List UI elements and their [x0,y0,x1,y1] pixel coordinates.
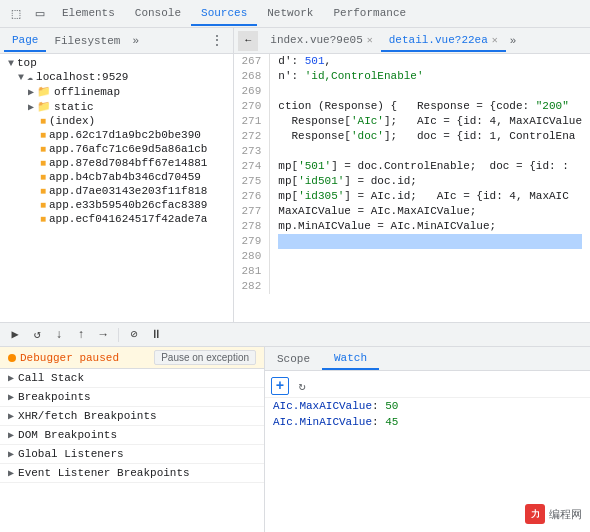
tab-detail-vue[interactable]: detail.vue?22ea ✕ [381,30,506,52]
section-breakpoints[interactable]: ▶ Breakpoints [0,388,264,407]
add-watch-button[interactable]: + [271,377,289,395]
tree-item-index[interactable]: ■ (index) [0,114,233,128]
folder-icon-static: 📁 [37,100,51,113]
tree-item-localhost[interactable]: ▼ ☁ localhost:9529 [0,70,233,84]
file-icon-app6: ■ [40,200,46,211]
watch-val-1: 45 [385,416,398,428]
tab-close-detail[interactable]: ✕ [492,34,498,46]
tree-item-app2[interactable]: ■ app.76afc71c6e9d5a86a1cb [0,142,233,156]
tree-label-app3: app.87e8d7084bff67e14881 [49,157,207,169]
line-numbers: 267 268 269 270 271 272 273 274 275 276 … [234,54,270,294]
tab-sources[interactable]: Sources [191,2,257,26]
line-275: 275 [238,174,261,189]
code-line-280 [278,249,582,264]
file-icon-app4: ■ [40,172,46,183]
bottom-left: Debugger paused Pause on exception ▶ Cal… [0,347,265,532]
file-icon-app2: ■ [40,144,46,155]
more-options-icon[interactable]: ⋮ [205,29,229,53]
file-icon-app5: ■ [40,186,46,197]
device-icon[interactable]: ▭ [28,2,52,26]
tab-network[interactable]: Network [257,2,323,26]
tab-performance[interactable]: Performance [323,2,416,26]
resume-btn[interactable]: ▶ [6,326,24,344]
line-282: 282 [238,279,261,294]
section-label-call-stack: Call Stack [18,372,84,384]
tab-console[interactable]: Console [125,2,191,26]
code-line-277: MaxAICValue = AIc.MaxAICValue; [278,204,582,219]
triangle-right-icon: ▶ [28,86,34,98]
watermark: 力 编程网 [525,504,582,524]
tree-item-static[interactable]: ▶ 📁 static [0,99,233,114]
tab-add-icon[interactable]: » [506,31,521,51]
triangle-down-icon: ▼ [8,58,14,69]
tab-watch[interactable]: Watch [322,348,379,370]
tab-elements[interactable]: Elements [52,2,125,26]
line-281: 281 [238,264,261,279]
tree-item-app7[interactable]: ■ app.ecf041624517f42ade7a [0,212,233,226]
tab-index-vue-label: index.vue?9e05 [270,34,362,46]
tree-label-app2: app.76afc71c6e9d5a86a1cb [49,143,207,155]
code-line-272: Response['doc']; doc = {id: 1, ControlEn… [278,129,582,144]
line-278: 278 [238,219,261,234]
line-269: 269 [238,84,261,99]
code-line-273 [278,144,582,159]
code-line-267: d': 501, [278,54,582,69]
step-btn[interactable]: → [94,326,112,344]
line-270: 270 [238,99,261,114]
tab-scope[interactable]: Scope [265,349,322,369]
triangle-down-icon2: ▼ [18,72,24,83]
section-call-stack[interactable]: ▶ Call Stack [0,369,264,388]
code-line-279 [278,234,582,249]
tree-item-app3[interactable]: ■ app.87e8d7084bff67e14881 [0,156,233,170]
section-global-listeners[interactable]: ▶ Global Listeners [0,445,264,464]
tree-label-top: top [17,57,37,69]
tree-item-app5[interactable]: ■ app.d7ae03143e203f11f818 [0,184,233,198]
inspect-icon[interactable]: ⬚ [4,2,28,26]
tab-close-index[interactable]: ✕ [367,34,373,46]
step-over-btn[interactable]: ↺ [28,326,46,344]
watermark-logo-text: 力 [531,508,540,521]
tab-filesystem[interactable]: Filesystem [46,31,128,51]
refresh-watch-button[interactable]: ↻ [293,377,311,395]
code-line-278: mp.MinAICValue = AIc.MinAICValue; [278,219,582,234]
tree-item-app6[interactable]: ■ app.e33b59540b26cfac8389 [0,198,233,212]
section-label-xhr: XHR/fetch Breakpoints [18,410,157,422]
tab-more[interactable]: » [128,31,143,51]
tree-item-app4[interactable]: ■ app.b4cb7ab4b346cd70459 [0,170,233,184]
code-line-276: mp['id305'] = AIc.id; AIc = {id: 4, MaxA… [278,189,582,204]
tab-page[interactable]: Page [4,30,46,52]
tab-detail-vue-label: detail.vue?22ea [389,34,488,46]
section-event-listeners[interactable]: ▶ Event Listener Breakpoints [0,464,264,483]
arrow-global: ▶ [8,448,14,460]
file-icon-app7: ■ [40,214,46,225]
section-xhr-breakpoints[interactable]: ▶ XHR/fetch Breakpoints [0,407,264,426]
step-into-btn[interactable]: ↓ [50,326,68,344]
section-dom-breakpoints[interactable]: ▶ DOM Breakpoints [0,426,264,445]
debugger-status-label: Debugger paused [20,352,119,364]
tree-item-app1[interactable]: ■ app.62c17d1a9bc2b0be390 [0,128,233,142]
section-label-dom: DOM Breakpoints [18,429,117,441]
tab-index-vue[interactable]: index.vue?9e05 ✕ [262,30,380,52]
tree-item-top[interactable]: ▼ top [0,56,233,70]
section-label-event: Event Listener Breakpoints [18,467,190,479]
tree-label-app6: app.e33b59540b26cfac8389 [49,199,207,211]
line-280: 280 [238,249,261,264]
code-lines: 267 268 269 270 271 272 273 274 275 276 … [234,54,590,294]
watermark-text: 编程网 [549,507,582,522]
pause-on-exception-btn[interactable]: ⏸ [147,326,165,344]
arrow-xhr: ▶ [8,410,14,422]
line-268: 268 [238,69,261,84]
bottom-panel: ▶ ↺ ↓ ↑ → ⊘ ⏸ Debugger paused Pause on e… [0,322,590,532]
tree-item-offlinemap[interactable]: ▶ 📁 offlinemap [0,84,233,99]
line-276: 276 [238,189,261,204]
line-272: 272 [238,129,261,144]
sources-back-btn[interactable]: ← [238,31,258,51]
deactivate-breakpoints-btn[interactable]: ⊘ [125,326,143,344]
code-line-282 [278,279,582,294]
right-tab-bar: ← index.vue?9e05 ✕ detail.vue?22ea ✕ » [234,28,590,54]
line-274: 274 [238,159,261,174]
pause-exception-button[interactable]: Pause on exception [154,350,256,365]
watch-toolbar: + ↻ [265,375,590,398]
step-out-btn[interactable]: ↑ [72,326,90,344]
tree-label-index: (index) [49,115,95,127]
